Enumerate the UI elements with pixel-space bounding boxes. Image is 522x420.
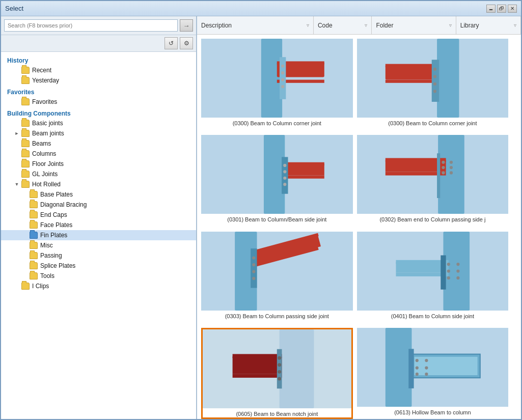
maximize-button[interactable]: 🗗	[497, 5, 506, 13]
grid-cell-0303[interactable]: (0303) Beam to Column passing side joint	[201, 232, 353, 320]
col-label-folder: Folder	[376, 22, 393, 29]
tree-item-fin-plates[interactable]: Fin Plates	[1, 230, 196, 240]
folder-icon	[21, 181, 30, 188]
grid-cell-0605[interactable]: (0605) Beam to Beam notch joint	[201, 328, 353, 419]
svg-point-53	[456, 263, 459, 266]
tree-item-face-plates[interactable]: Face Plates	[1, 220, 196, 230]
search-input[interactable]	[4, 19, 178, 32]
grid-cell-0300-a[interactable]: (0300) Beam to Column corner joint	[201, 39, 353, 127]
title-bar: Select 🗕 🗗 ✕	[1, 1, 521, 16]
tree-item-i-clips[interactable]: I Clips	[1, 281, 196, 291]
svg-point-15	[433, 75, 436, 78]
thumb-label-0303: (0303) Beam to Column passing side joint	[201, 313, 353, 320]
svg-point-33	[442, 166, 445, 169]
svg-rect-61	[233, 374, 282, 378]
tree-item-label: Recent	[32, 67, 51, 74]
grid-cell-0300-b[interactable]: (0300) Beam to Column corner joint	[357, 39, 509, 127]
svg-point-24	[283, 171, 286, 174]
svg-rect-30	[385, 172, 446, 176]
svg-point-17	[433, 90, 436, 93]
svg-rect-28	[385, 160, 446, 172]
grid-area[interactable]: (0300) Beam to Column corner joint	[197, 35, 521, 419]
svg-point-76	[425, 373, 428, 376]
tree-item-tools[interactable]: Tools	[1, 271, 196, 281]
tree-item-misc[interactable]: Misc	[1, 240, 196, 250]
expand-arrow	[21, 263, 29, 268]
folder-icon	[30, 242, 38, 249]
tree-item-splice-plates[interactable]: Splice Plates	[1, 261, 196, 271]
tree-item-base-plates[interactable]: Base Plates	[1, 189, 196, 200]
filter-icon-description[interactable]: ▿	[307, 22, 309, 28]
close-button[interactable]: ✕	[508, 5, 517, 13]
tree-item-basic-joints[interactable]: Basic joints	[1, 118, 196, 128]
filter-icon-folder[interactable]: ▿	[449, 22, 452, 28]
folder-icon	[21, 77, 30, 84]
grid-cell-0401[interactable]: (0401) Beam to Column side joint	[357, 232, 509, 320]
tree-item-beams[interactable]: Beams	[1, 138, 196, 149]
grid-cell-0613[interactable]: (0613) Hollow Beam to column	[357, 328, 509, 416]
svg-point-56	[447, 276, 450, 279]
settings-button[interactable]: ⚙	[180, 37, 193, 49]
tree-item-label: Floor Joints	[32, 160, 64, 167]
svg-point-5	[281, 65, 284, 68]
svg-rect-60	[233, 354, 282, 358]
svg-point-26	[283, 183, 286, 186]
col-label-code: Code	[318, 22, 333, 29]
svg-point-16	[433, 82, 436, 86]
window-title: Select	[5, 5, 23, 12]
svg-point-25	[283, 177, 286, 180]
tree-item-floor-joints[interactable]: Floor Joints	[1, 159, 196, 169]
tree-item-gl-joints[interactable]: GL Joints	[1, 169, 196, 179]
tree-item-label: Diagonal Bracing	[40, 201, 87, 208]
tree-container[interactable]: History Recent Yesterday Favorites Fav	[1, 52, 196, 419]
tree-item-columns[interactable]: Columns	[1, 149, 196, 159]
history-label: History	[1, 54, 196, 65]
grid-cell-0301[interactable]: (0301) Beam to Column/Beam side joint	[201, 135, 353, 223]
tree-item-passing[interactable]: Passing	[1, 250, 196, 261]
right-panel: Description ▿ Code ▿ Folder ▿ Library ▿	[197, 16, 521, 419]
tree-item-favorites[interactable]: Favorites	[1, 97, 196, 107]
svg-rect-19	[285, 164, 324, 176]
tree-item-beam-joints[interactable]: ► Beam joints	[1, 128, 196, 138]
main-window: Select 🗕 🗗 ✕ → ↺ ⚙ History	[0, 0, 522, 420]
tree-item-label: Beams	[32, 140, 51, 147]
thumb-0401	[357, 232, 509, 311]
svg-point-23	[283, 164, 286, 167]
expand-arrow	[13, 121, 20, 126]
svg-rect-29	[385, 158, 446, 162]
folder-icon	[30, 272, 38, 279]
tree-item-label: Base Plates	[40, 191, 73, 198]
tree-item-diagonal-bracing[interactable]: Diagonal Bracing	[1, 200, 196, 210]
refresh-button[interactable]: ↺	[164, 37, 178, 49]
svg-point-45	[252, 270, 255, 273]
favorites-section-label: Favorites	[1, 86, 196, 97]
folder-icon	[21, 283, 30, 290]
thumb-label-0401: (0401) Beam to Column side joint	[357, 313, 509, 320]
toolbar-row: ↺ ⚙	[1, 35, 196, 52]
filter-icon-code[interactable]: ▿	[365, 22, 367, 28]
filter-icon-library[interactable]: ▿	[514, 22, 516, 28]
expand-arrow	[13, 161, 20, 166]
tree-item-end-caps[interactable]: End Caps	[1, 210, 196, 220]
grid-cell-0302[interactable]: (0302) Beam end to Column passing side j	[357, 135, 509, 223]
folder-icon	[30, 252, 38, 259]
tree-item-recent[interactable]: Recent	[1, 65, 196, 75]
tree-item-hot-rolled[interactable]: ▼ Hot Rolled	[1, 179, 196, 189]
expand-arrow	[21, 222, 29, 228]
col-header-description: Description ▿	[197, 16, 314, 34]
svg-point-34	[442, 172, 445, 175]
thumb-label-0300-a: (0300) Beam to Column corner joint	[201, 120, 353, 127]
folder-icon	[21, 120, 30, 127]
minimize-button[interactable]: 🗕	[486, 5, 496, 13]
svg-point-43	[252, 256, 255, 259]
tree-item-yesterday[interactable]: Yesterday	[1, 75, 196, 86]
expand-arrow	[21, 253, 29, 258]
search-go-button[interactable]: →	[180, 19, 193, 32]
tree-item-label: GL Joints	[32, 171, 58, 178]
svg-rect-18	[264, 135, 285, 214]
col-header-code: Code ▿	[314, 16, 372, 34]
expand-arrow	[13, 284, 20, 289]
tree-item-label: Favorites	[32, 98, 57, 105]
folder-icon	[21, 160, 30, 167]
svg-rect-62	[277, 349, 282, 389]
